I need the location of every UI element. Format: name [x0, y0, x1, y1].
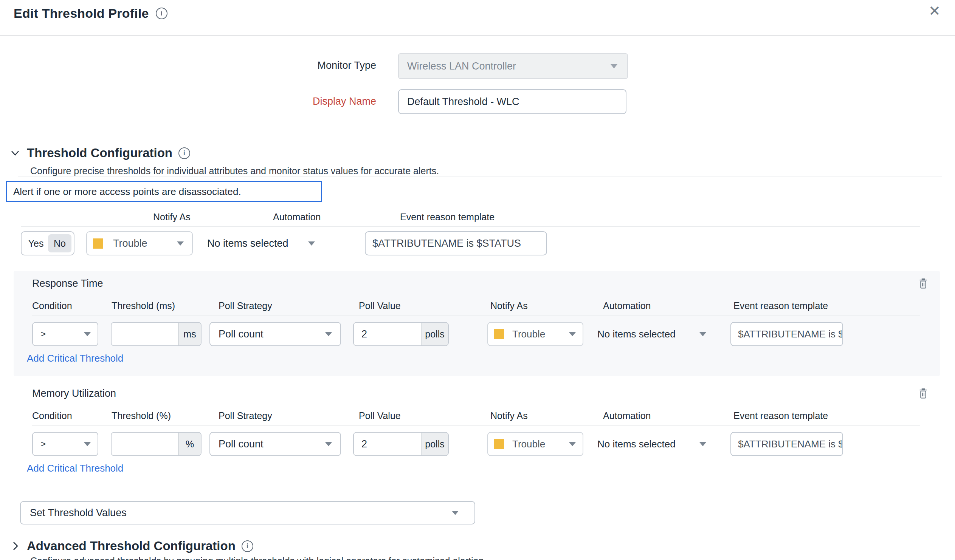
advanced-threshold-subtitle: Configure advanced thresholds by groupin…	[30, 555, 486, 560]
notify-as-select[interactable]: Trouble	[487, 432, 583, 456]
chevron-down-icon	[308, 241, 315, 246]
poll-value-header: Poll Value	[359, 410, 401, 421]
poll-value-input-group: polls	[353, 322, 449, 346]
event-reason-template-field[interactable]	[365, 231, 547, 255]
monitor-type-value: Wireless LAN Controller	[399, 61, 516, 72]
poll-value-field[interactable]	[354, 323, 421, 346]
poll-strategy-value: Poll count	[210, 438, 263, 450]
monitor-type-label: Monitor Type	[242, 60, 376, 71]
chevron-down-icon	[84, 442, 91, 446]
add-critical-threshold-link[interactable]: Add Critical Threshold	[27, 352, 123, 364]
poll-strategy-header: Poll Strategy	[219, 410, 272, 421]
chevron-down-icon	[325, 332, 332, 336]
condition-select[interactable]: >	[32, 432, 98, 456]
set-threshold-values-select[interactable]: Set Threshold Values	[20, 501, 475, 524]
threshold-value-field[interactable]	[111, 433, 178, 455]
threshold-input-group: %	[111, 432, 202, 456]
advanced-threshold-configuration-header[interactable]: Advanced Threshold Configuration i	[9, 539, 253, 553]
automation-select[interactable]: No items selected	[207, 231, 321, 255]
page-title: Edit Threshold Profile	[14, 6, 149, 21]
chevron-down-icon	[84, 332, 91, 336]
poll-unit-suffix: polls	[421, 323, 448, 346]
notify-as-value: Trouble	[512, 328, 545, 340]
notify-as-header: Notify As	[153, 211, 191, 222]
section-divider	[18, 177, 942, 177]
attribute-name: Memory Utilization	[32, 388, 116, 399]
event-reason-template-field[interactable]	[730, 322, 843, 346]
event-reason-header: Event reason template	[400, 211, 495, 222]
delete-icon[interactable]	[917, 387, 929, 400]
trouble-status-swatch	[494, 329, 504, 339]
threshold-unit-suffix: %	[178, 433, 201, 455]
poll-value-field[interactable]	[354, 433, 421, 455]
poll-strategy-select[interactable]: Poll count	[210, 432, 341, 456]
threshold-configuration-subtitle: Configure precise thresholds for individ…	[30, 166, 439, 177]
automation-header: Automation	[273, 211, 321, 222]
chevron-down-icon	[569, 442, 576, 446]
poll-strategy-select[interactable]: Poll count	[210, 322, 341, 346]
condition-header: Condition	[32, 300, 72, 311]
threshold-unit-suffix: ms	[178, 323, 201, 346]
attribute-name: Response Time	[32, 278, 103, 289]
add-critical-threshold-link[interactable]: Add Critical Threshold	[27, 463, 123, 474]
trouble-status-swatch	[93, 238, 103, 249]
automation-value: No items selected	[597, 438, 676, 450]
notify-as-select[interactable]: Trouble	[487, 322, 583, 346]
trouble-status-swatch	[494, 439, 504, 449]
threshold-section: Memory Utilization Condition Threshold (…	[14, 381, 940, 486]
chevron-down-icon	[700, 442, 706, 446]
poll-value-input-group: polls	[353, 432, 449, 456]
chevron-down-icon	[611, 64, 617, 69]
threshold-input-group: ms	[111, 322, 202, 346]
info-icon[interactable]: i	[178, 147, 190, 159]
threshold-header: Threshold (%)	[111, 410, 171, 421]
chevron-down-icon	[569, 332, 576, 336]
poll-strategy-value: Poll count	[210, 328, 263, 340]
automation-header: Automation	[603, 410, 651, 421]
info-icon[interactable]: i	[156, 8, 168, 19]
toggle-yes-option[interactable]: Yes	[24, 238, 48, 249]
threshold-configuration-header[interactable]: Threshold Configuration i	[9, 146, 190, 160]
chevron-down-icon	[452, 511, 459, 515]
display-name-label: Display Name	[242, 95, 376, 107]
notify-as-select[interactable]: Trouble	[86, 231, 193, 255]
row-divider	[32, 316, 920, 316]
poll-value-header: Poll Value	[359, 300, 401, 311]
alert-yes-no-toggle[interactable]: Yes No	[21, 231, 75, 255]
monitor-type-select[interactable]: Wireless LAN Controller	[398, 53, 628, 79]
condition-select[interactable]: >	[32, 322, 98, 346]
threshold-section: Response Time Condition Threshold (ms) P…	[14, 271, 940, 376]
threshold-header: Threshold (ms)	[111, 300, 175, 311]
threshold-value-field[interactable]	[111, 323, 178, 346]
row-divider	[32, 425, 920, 426]
set-threshold-values-label: Set Threshold Values	[21, 507, 127, 519]
chevron-down-icon	[177, 241, 184, 246]
header-divider	[0, 35, 955, 36]
poll-strategy-header: Poll Strategy	[219, 300, 272, 311]
row-divider	[21, 226, 920, 227]
attribute-alert-row[interactable]: Alert if one or more access points are d…	[6, 181, 322, 202]
condition-value: >	[33, 439, 46, 449]
chevron-right-icon	[9, 540, 21, 552]
notify-as-header: Notify As	[490, 300, 528, 311]
notify-as-header: Notify As	[490, 410, 528, 421]
condition-header: Condition	[32, 410, 72, 421]
automation-header: Automation	[603, 300, 651, 311]
poll-unit-suffix: polls	[421, 433, 448, 455]
close-icon[interactable]: ✕	[928, 4, 941, 18]
display-name-field[interactable]	[398, 89, 626, 114]
event-reason-header: Event reason template	[733, 410, 828, 421]
toggle-no-option-selected[interactable]: No	[48, 234, 72, 252]
condition-value: >	[33, 329, 46, 339]
event-reason-template-field[interactable]	[730, 432, 843, 456]
automation-select[interactable]: No items selected	[597, 322, 711, 346]
delete-icon[interactable]	[917, 277, 929, 291]
chevron-down-icon	[325, 442, 332, 446]
section-title: Threshold Configuration	[27, 146, 172, 160]
automation-select[interactable]: No items selected	[597, 432, 711, 456]
event-reason-header: Event reason template	[733, 300, 828, 311]
info-icon[interactable]: i	[241, 540, 253, 552]
notify-as-value: Trouble	[113, 238, 147, 249]
section-title: Advanced Threshold Configuration	[27, 539, 236, 553]
chevron-down-icon	[700, 332, 706, 336]
